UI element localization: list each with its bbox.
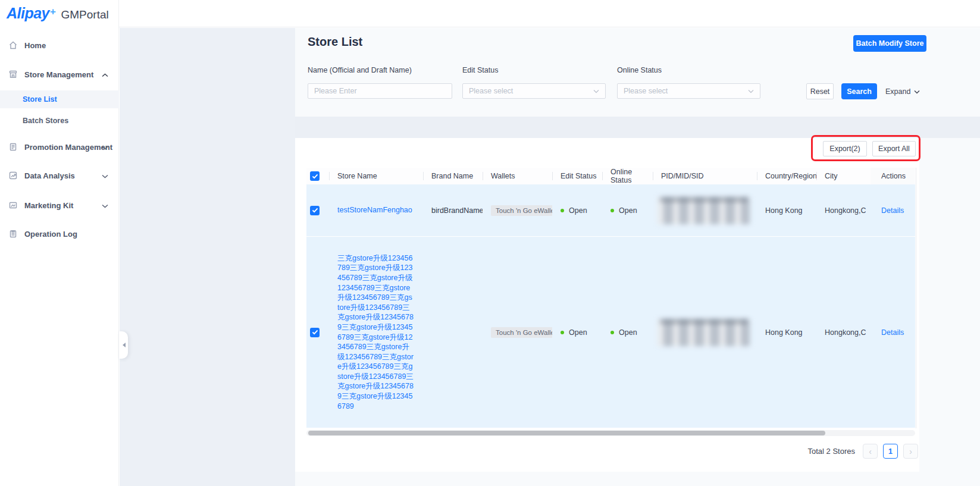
col-header-online-status: Online Status — [602, 168, 653, 184]
batch-modify-store-button[interactable]: Batch Modify Store — [853, 35, 926, 52]
status-dot-icon — [561, 209, 564, 212]
operation-log-icon — [8, 229, 18, 239]
col-header-brand-name: Brand Name — [423, 168, 483, 184]
store-table: Store Name Brand Name Wallets Edit Statu… — [306, 168, 915, 428]
marketing-kit-icon — [8, 200, 18, 210]
store-table-card: Export(2) Export All Store Name Brand Na… — [295, 138, 919, 472]
name-filter-label: Name (Official and Draft Name) — [308, 66, 412, 74]
chevron-down-icon — [748, 87, 754, 95]
details-link[interactable]: Details — [881, 206, 904, 215]
chevron-down-icon — [102, 143, 108, 152]
store-name-link[interactable]: 三克gstore升级123456789三克gstore升级123456789三克… — [337, 253, 414, 412]
collapse-arrow-icon — [120, 343, 126, 347]
reset-button[interactable]: Reset — [806, 83, 834, 99]
sidebar: Alipay+ GMPortal Home Store Management S… — [0, 0, 119, 486]
online-status: Open — [610, 206, 637, 215]
status-dot-icon — [610, 331, 614, 334]
online-status-filter-label: Online Status — [617, 66, 662, 74]
col-header-actions: Actions — [871, 168, 915, 184]
sidebar-item-marketing-kit[interactable]: Marketing Kit — [0, 196, 119, 214]
sidebar-item-store-list[interactable]: Store List — [0, 90, 119, 108]
wallet-tag: Touch 'n Go eWallet — [491, 327, 561, 338]
promotion-icon — [8, 142, 18, 152]
name-filter-input[interactable] — [308, 83, 452, 99]
product-name: GMPortal — [61, 8, 108, 21]
export-selected-button[interactable]: Export(2) — [823, 141, 867, 156]
table-header-row: Store Name Brand Name Wallets Edit Statu… — [306, 168, 915, 184]
home-icon — [8, 40, 18, 50]
pid-redacted-block — [657, 319, 750, 346]
sidebar-item-promotion-management[interactable]: Promotion Management — [0, 138, 119, 156]
pagination-total: Total 2 Stores — [808, 447, 856, 456]
page-title: Store List — [308, 35, 362, 49]
brand-name: birdBrandName — [431, 206, 484, 215]
sidebar-item-home[interactable]: Home — [0, 36, 119, 54]
chevron-down-icon — [914, 87, 920, 96]
select-all-checkbox[interactable] — [310, 171, 320, 181]
sidebar-item-batch-stores[interactable]: Batch Stores — [0, 112, 119, 130]
pagination-next-button[interactable]: › — [903, 444, 918, 459]
online-status-select[interactable]: Please select — [617, 83, 760, 99]
pagination-page-1-button[interactable]: 1 — [883, 444, 898, 459]
city: Hongkong,China — [816, 184, 866, 236]
section-divider-band — [295, 117, 980, 138]
edit-status: Open — [561, 328, 587, 337]
search-button[interactable]: Search — [841, 83, 877, 99]
pagination-prev-button[interactable]: ‹ — [863, 444, 878, 459]
chevron-down-icon — [593, 87, 599, 95]
alipay-plus-icon: + — [50, 6, 55, 17]
brand-logo[interactable]: Alipay+ GMPortal — [7, 5, 109, 22]
edit-status: Open — [561, 206, 587, 215]
sidebar-collapse-handle[interactable] — [119, 331, 128, 359]
fixed-column-divider — [916, 168, 916, 428]
status-dot-icon — [561, 331, 564, 334]
edit-status-select[interactable]: Please select — [462, 83, 606, 99]
col-header-country-region: Country/Region — [757, 168, 816, 184]
col-header-store-name: Store Name — [329, 168, 423, 184]
chevron-down-icon — [102, 201, 108, 210]
row-checkbox[interactable] — [310, 206, 320, 215]
country-region: Hong Kong — [757, 184, 816, 236]
chevron-down-icon — [102, 171, 108, 180]
online-status: Open — [610, 328, 637, 337]
sidebar-item-store-management[interactable]: Store Management — [0, 65, 119, 83]
city: Hongkong,China — [816, 237, 866, 428]
col-header-wallets: Wallets — [483, 168, 552, 184]
col-header-pid: PID/MID/SID — [653, 168, 757, 184]
col-header-edit-status: Edit Status — [552, 168, 602, 184]
store-name-link[interactable]: testStoreNamFenghao — [337, 205, 412, 215]
pagination: Total 2 Stores ‹ 1 › — [808, 444, 919, 459]
expand-filters-link[interactable]: Expand — [885, 83, 920, 99]
status-dot-icon — [610, 209, 614, 212]
col-header-city: City — [816, 168, 866, 184]
chevron-up-icon — [102, 70, 108, 79]
edit-status-filter-label: Edit Status — [462, 66, 498, 74]
store-icon — [8, 70, 18, 79]
table-row: 三克gstore升级123456789三克gstore升级123456789三克… — [306, 237, 915, 428]
sidebar-item-data-analysis[interactable]: Data Analysis — [0, 167, 119, 184]
details-link[interactable]: Details — [881, 328, 904, 337]
horizontal-scrollbar-track[interactable] — [306, 430, 915, 436]
country-region: Hong Kong — [757, 237, 816, 428]
row-checkbox[interactable] — [310, 328, 320, 337]
alipay-logo: Alipay+ — [7, 5, 55, 22]
wallet-tag: Touch 'n Go eWallet — [491, 205, 561, 216]
table-row: testStoreNamFenghao birdBrandName Touch … — [306, 184, 915, 237]
store-list-page: Store List Batch Modify Store Name (Offi… — [295, 28, 980, 486]
sidebar-item-operation-log[interactable]: Operation Log — [0, 225, 119, 243]
export-all-button[interactable]: Export All — [872, 141, 916, 156]
horizontal-scrollbar-thumb[interactable] — [308, 431, 825, 435]
top-bar — [119, 0, 980, 27]
data-analysis-icon — [8, 171, 18, 180]
pid-redacted-block — [657, 197, 750, 224]
